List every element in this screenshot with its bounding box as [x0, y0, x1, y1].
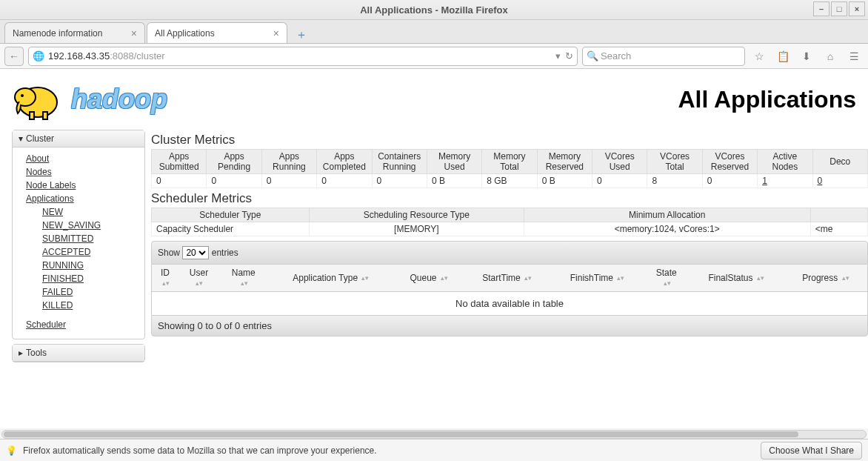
- close-icon[interactable]: ×: [131, 27, 137, 39]
- sort-icon: ▴▾: [162, 280, 170, 286]
- svg-rect-3: [30, 112, 34, 119]
- th-apps-submitted[interactable]: Apps Submitted: [152, 150, 207, 174]
- sort-icon: ▴▾: [361, 275, 369, 281]
- search-icon: 🔍: [587, 50, 598, 62]
- sidebar-link-about[interactable]: About: [26, 152, 137, 165]
- search-placeholder: Search: [601, 50, 631, 62]
- horizontal-scrollbar[interactable]: [1, 430, 867, 439]
- sidebar-link-killed[interactable]: KILLED: [42, 299, 137, 312]
- th-scheduler-type[interactable]: Scheduler Type: [152, 208, 310, 222]
- th-active-nodes[interactable]: Active Nodes: [758, 150, 812, 174]
- chevron-down-icon: ▾: [19, 133, 23, 144]
- sidebar-link-running[interactable]: RUNNING: [42, 259, 137, 272]
- cell-deco-link[interactable]: 0: [812, 174, 868, 188]
- sidebar-link-submitted[interactable]: SUBMITTED: [42, 232, 137, 245]
- hadoop-logo-text: hadoop: [71, 84, 167, 115]
- th-containers-running[interactable]: Containers Running: [372, 150, 427, 174]
- main-content: Cluster Metrics Apps Submitted Apps Pend…: [151, 130, 868, 367]
- browser-tab-bar: Namenode information × All Applications …: [0, 20, 868, 44]
- url-bar[interactable]: 🌐 192.168.43.35:8088/cluster ▾ ↻: [28, 47, 578, 66]
- search-bar[interactable]: 🔍 Search: [582, 47, 745, 66]
- sort-icon: ▴▾: [757, 275, 764, 281]
- th-state[interactable]: State▴▾: [644, 265, 688, 292]
- sidebar-head-cluster[interactable]: ▾ Cluster: [13, 130, 144, 147]
- table-row: 0 0 0 0 0 0 B 8 GB 0 B 0 8 0 1 0: [152, 174, 868, 188]
- sidebar: ▾ Cluster About Nodes Node Labels Applic…: [12, 130, 145, 367]
- close-icon[interactable]: ×: [273, 27, 279, 39]
- sidebar-head-tools[interactable]: ▸ Tools: [13, 345, 144, 362]
- browser-tab-all-applications[interactable]: All Applications ×: [147, 22, 287, 43]
- th-user[interactable]: User▴▾: [178, 265, 219, 292]
- sort-icon: ▴▾: [842, 275, 849, 281]
- cell: 8 GB: [482, 174, 537, 188]
- th-apps-pending[interactable]: Apps Pending: [207, 150, 261, 174]
- th-partial[interactable]: [810, 208, 867, 222]
- sidebar-link-scheduler[interactable]: Scheduler: [26, 318, 137, 331]
- datatable-top-bar: Show 20 entries: [151, 241, 868, 265]
- browser-tab-namenode[interactable]: Namenode information ×: [4, 22, 145, 43]
- th-memory-reserved[interactable]: Memory Reserved: [537, 150, 592, 174]
- th-minimum-allocation[interactable]: Minimum Allocation: [524, 208, 810, 222]
- sidebar-link-applications[interactable]: Applications: [26, 192, 137, 205]
- window-titlebar: All Applications - Mozilla Firefox – □ ×: [0, 0, 868, 20]
- reload-icon[interactable]: ↻: [565, 50, 573, 62]
- page-content: hadoop All Applications ▾ Cluster About …: [0, 69, 868, 428]
- cluster-metrics-table: Apps Submitted Apps Pending Apps Running…: [151, 149, 868, 188]
- th-id[interactable]: ID▴▾: [152, 265, 178, 292]
- th-finalstatus[interactable]: FinalStatus ▴▾: [688, 265, 784, 292]
- sort-icon: ▴▾: [196, 280, 203, 286]
- th-scheduling-resource-type[interactable]: Scheduling Resource Type: [309, 208, 524, 222]
- sidebar-link-finished[interactable]: FINISHED: [42, 272, 137, 285]
- hamburger-menu-icon[interactable]: ☰: [844, 47, 864, 66]
- th-memory-total[interactable]: Memory Total: [482, 150, 537, 174]
- sidebar-link-new[interactable]: NEW: [42, 205, 137, 219]
- cell: <memory:1024, vCores:1>: [524, 222, 810, 236]
- th-finishtime[interactable]: FinishTime ▴▾: [550, 265, 644, 292]
- sidebar-link-node-labels[interactable]: Node Labels: [26, 179, 137, 192]
- nav-back-button[interactable]: ←: [4, 47, 24, 66]
- sidebar-link-nodes[interactable]: Nodes: [26, 165, 137, 179]
- th-starttime[interactable]: StartTime ▴▾: [464, 265, 550, 292]
- sidebar-cluster-label: Cluster: [26, 133, 54, 144]
- th-name[interactable]: Name▴▾: [219, 265, 267, 292]
- th-vcores-total[interactable]: VCores Total: [647, 150, 702, 174]
- sidebar-link-failed[interactable]: FAILED: [42, 285, 137, 299]
- th-application-type[interactable]: Application Type ▴▾: [267, 265, 394, 292]
- downloads-icon[interactable]: ⬇: [797, 47, 816, 66]
- clipboard-icon[interactable]: 📋: [773, 47, 792, 66]
- th-vcores-reserved[interactable]: VCores Reserved: [702, 150, 757, 174]
- th-queue[interactable]: Queue ▴▾: [394, 265, 464, 292]
- datatable-info: Showing 0 to 0 of 0 entries: [151, 315, 868, 336]
- home-icon[interactable]: ⌂: [821, 47, 840, 66]
- hadoop-logo[interactable]: hadoop: [12, 76, 167, 122]
- window-close-button[interactable]: ×: [849, 1, 865, 16]
- dropdown-icon[interactable]: ▾: [555, 50, 561, 62]
- cell: Capacity Scheduler: [152, 222, 310, 236]
- choose-what-i-share-button[interactable]: Choose What I Share: [761, 442, 862, 460]
- th-apps-running[interactable]: Apps Running: [261, 150, 316, 174]
- cell: 0: [592, 174, 647, 188]
- sidebar-link-new-saving[interactable]: NEW_SAVING: [42, 219, 137, 232]
- th-progress[interactable]: Progress ▴▾: [784, 265, 868, 292]
- cell-active-nodes-link[interactable]: 1: [758, 174, 812, 188]
- th-memory-used[interactable]: Memory Used: [427, 150, 481, 174]
- th-vcores-used[interactable]: VCores Used: [592, 150, 647, 174]
- sidebar-app-states: NEW NEW_SAVING SUBMITTED ACCEPTED RUNNIN…: [26, 205, 137, 312]
- th-deco[interactable]: Deco: [812, 150, 868, 174]
- th-apps-completed[interactable]: Apps Completed: [317, 150, 372, 174]
- table-row: Capacity Scheduler [MEMORY] <memory:1024…: [152, 222, 868, 236]
- window-minimize-button[interactable]: –: [813, 1, 829, 16]
- cell: [MEMORY]: [309, 222, 524, 236]
- sidebar-panel-tools: ▸ Tools: [12, 344, 145, 362]
- applications-table: ID▴▾ User▴▾ Name▴▾ Application Type ▴▾ Q…: [151, 265, 868, 315]
- bookmark-star-icon[interactable]: ☆: [750, 47, 769, 66]
- new-tab-button[interactable]: ＋: [292, 27, 311, 43]
- window-maximize-button[interactable]: □: [831, 1, 847, 16]
- scrollbar-thumb[interactable]: [4, 431, 798, 437]
- entries-select[interactable]: 20: [182, 246, 209, 259]
- cell: 0: [702, 174, 757, 188]
- sidebar-link-accepted[interactable]: ACCEPTED: [42, 245, 137, 259]
- sidebar-cluster-body: About Nodes Node Labels Applications NEW…: [13, 147, 144, 339]
- scheduler-metrics-table: Scheduler Type Scheduling Resource Type …: [151, 208, 868, 236]
- cell: <me: [810, 222, 867, 236]
